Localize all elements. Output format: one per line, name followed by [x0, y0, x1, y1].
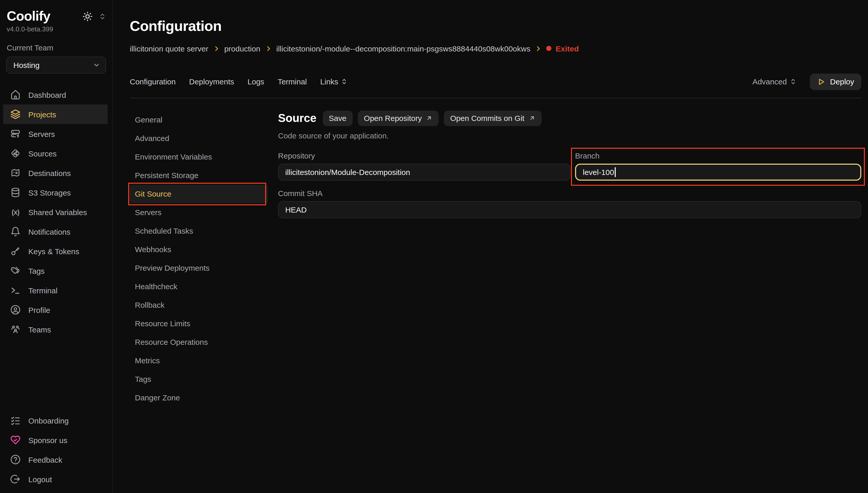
subnav-item-general[interactable]: General [130, 110, 268, 129]
sidebar-item-label: Servers [28, 129, 55, 138]
subnav-item-servers[interactable]: Servers [130, 203, 268, 221]
list-checks-icon [10, 415, 21, 426]
repository-label: Repository [278, 151, 570, 160]
tab-configuration[interactable]: Configuration [130, 77, 175, 86]
sidebar-item-profile[interactable]: Profile [3, 300, 108, 320]
chevron-right-icon [213, 45, 219, 52]
main-content: Configuration illicitonion quote server … [113, 0, 868, 493]
repository-input[interactable]: illicitestonion/Module-Decomposition [278, 164, 570, 180]
user-circle-icon [10, 305, 21, 315]
arrow-up-right-icon [528, 115, 535, 122]
subnav-item-resource-operations[interactable]: Resource Operations [130, 333, 268, 351]
breadcrumb-project[interactable]: illicitonion quote server [130, 44, 208, 53]
save-button[interactable]: Save [322, 110, 353, 126]
help-circle-icon [10, 454, 21, 465]
subnav-item-git-source-wrap: Git Source [130, 185, 268, 203]
subnav-item-webhooks[interactable]: Webhooks [130, 240, 268, 259]
configuration-content: General Advanced Environment Variables P… [130, 110, 861, 407]
subnav-item-git-source[interactable]: Git Source [130, 185, 268, 203]
status-badge: Exited [546, 44, 579, 53]
theme-toggle-sun-icon[interactable] [82, 11, 93, 21]
sidebar-item-label: Sources [28, 149, 57, 158]
subnav-item-preview-deployments[interactable]: Preview Deployments [130, 259, 268, 277]
app-version: v4.0.0-beta.399 [0, 24, 112, 33]
git-source-icon [10, 148, 21, 158]
sidebar-header: Coolify [0, 8, 112, 24]
sidebar-item-servers[interactable]: Servers [3, 124, 108, 144]
sidebar-item-dashboard[interactable]: Dashboard [3, 85, 108, 105]
sidebar-item-destinations[interactable]: Destinations [3, 163, 108, 183]
open-repository-button[interactable]: Open Repository [358, 110, 439, 126]
coolify-app: Coolify v4.0.0-beta.399 Current Team Hos… [0, 0, 868, 493]
subnav-item-rollback[interactable]: Rollback [130, 296, 268, 314]
subnav-item-metrics[interactable]: Metrics [130, 351, 268, 370]
terminal-prompt-icon [10, 285, 21, 295]
sidebar-item-label: Dashboard [28, 90, 66, 99]
database-icon [10, 187, 21, 198]
sidebar-item-terminal[interactable]: Terminal [3, 280, 108, 300]
subnav-item-advanced[interactable]: Advanced [130, 129, 268, 147]
sidebar-item-sources[interactable]: Sources [3, 144, 108, 163]
app-logo: Coolify [7, 8, 50, 24]
sidebar-item-notifications[interactable]: Notifications [3, 222, 108, 241]
sidebar-item-projects[interactable]: Projects [3, 105, 108, 124]
config-subnav: General Advanced Environment Variables P… [130, 110, 268, 407]
deploy-button[interactable]: Deploy [810, 73, 861, 90]
breadcrumb-resource[interactable]: illicitestonion/-module--decomposition:m… [276, 44, 530, 53]
subnav-item-danger-zone[interactable]: Danger Zone [130, 388, 268, 407]
source-description: Code source of your application. [278, 131, 861, 140]
subnav-item-environment-variables[interactable]: Environment Variables [130, 147, 268, 166]
map-icon [10, 168, 21, 178]
commit-sha-input[interactable]: HEAD [278, 201, 861, 218]
tab-terminal[interactable]: Terminal [278, 77, 307, 86]
sidebar-item-keys-tokens[interactable]: Keys & Tokens [3, 241, 108, 261]
sidebar-item-sponsor-us[interactable]: Sponsor us [3, 430, 108, 450]
subnav-item-healthcheck[interactable]: Healthcheck [130, 277, 268, 296]
sidebar-item-teams[interactable]: Teams [3, 320, 108, 339]
subnav-item-resource-limits[interactable]: Resource Limits [130, 314, 268, 333]
sidebar-item-label: Feedback [28, 455, 62, 464]
commit-sha-field-group: Commit SHA HEAD [278, 189, 861, 218]
sidebar-item-shared-variables[interactable]: (x) Shared Variables [3, 202, 108, 222]
branch-input[interactable]: level-100 [575, 164, 861, 180]
logout-icon [10, 474, 21, 484]
chevrons-up-down-icon[interactable] [99, 13, 106, 20]
sidebar-item-s3-storages[interactable]: S3 Storages [3, 183, 108, 202]
sidebar-item-label: Keys & Tokens [28, 247, 79, 256]
variables-icon: (x) [10, 207, 21, 217]
home-icon [10, 89, 21, 100]
text-cursor [615, 167, 616, 177]
sidebar-item-logout[interactable]: Logout [3, 469, 108, 489]
tab-links[interactable]: Links [320, 77, 347, 86]
git-source-panel: Source Save Open Repository Open Commits… [268, 110, 861, 407]
sidebar-item-onboarding[interactable]: Onboarding [3, 411, 108, 430]
subnav-item-tags[interactable]: Tags [130, 370, 268, 388]
sidebar-item-tags[interactable]: Tags [3, 261, 108, 280]
arrow-up-right-icon [426, 115, 433, 122]
users-icon [10, 324, 21, 335]
sidebar: Coolify v4.0.0-beta.399 Current Team Hos… [0, 0, 113, 493]
page-title: Configuration [130, 18, 861, 35]
open-commits-button[interactable]: Open Commits on Git [444, 110, 541, 126]
sidebar-nav: Dashboard Projects Servers Sources Desti… [0, 85, 112, 339]
advanced-menu[interactable]: Advanced [753, 77, 797, 86]
team-select-value: Hosting [14, 61, 40, 69]
team-select[interactable]: Hosting [6, 57, 106, 73]
sidebar-item-label: Terminal [28, 286, 57, 295]
sidebar-item-label: Teams [28, 325, 51, 334]
sidebar-item-label: Destinations [28, 169, 71, 177]
breadcrumb-environment[interactable]: production [224, 44, 260, 53]
repository-field-group: Repository illicitestonion/Module-Decomp… [278, 151, 570, 180]
tab-deployments[interactable]: Deployments [189, 77, 234, 86]
current-team-label: Current Team [0, 43, 112, 52]
sidebar-item-feedback[interactable]: Feedback [3, 450, 108, 469]
sidebar-item-label: Projects [28, 110, 56, 119]
source-heading: Source [278, 111, 316, 125]
tab-logs[interactable]: Logs [248, 77, 264, 86]
subnav-item-persistent-storage[interactable]: Persistent Storage [130, 166, 268, 185]
chevron-down-icon [93, 61, 100, 69]
sidebar-item-label: Shared Variables [28, 208, 87, 216]
subnav-item-scheduled-tasks[interactable]: Scheduled Tasks [130, 221, 268, 240]
commit-sha-label: Commit SHA [278, 189, 861, 197]
tabs-bar: Configuration Deployments Logs Terminal … [130, 73, 861, 98]
